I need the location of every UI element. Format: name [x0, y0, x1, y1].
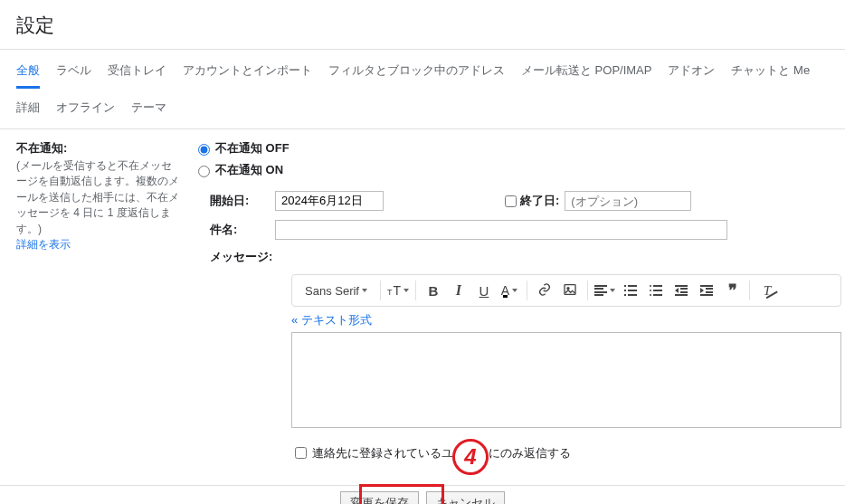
tab-general[interactable]: 全般	[16, 57, 40, 89]
quote-icon: ❞	[728, 282, 736, 299]
tab-filters-block[interactable]: フィルタとブロック中のアドレス	[328, 57, 505, 89]
tab-themes[interactable]: テーマ	[131, 94, 166, 123]
numbered-list-icon	[624, 285, 637, 296]
tab-inbox[interactable]: 受信トレイ	[108, 57, 166, 89]
italic-icon: I	[456, 282, 461, 299]
start-date-label: 開始日:	[210, 193, 275, 209]
vacation-off-label: 不在通知 OFF	[215, 140, 290, 157]
underline-button[interactable]: U	[472, 279, 496, 302]
start-date-input[interactable]	[275, 191, 384, 211]
numbered-list-button[interactable]	[619, 279, 642, 302]
end-date-label: 終了日:	[520, 193, 559, 209]
insert-link-button[interactable]	[533, 279, 556, 302]
save-changes-button[interactable]: 変更を保存	[340, 491, 419, 504]
indent-less-icon	[675, 285, 688, 296]
page-title: 設定	[0, 0, 845, 50]
tab-accounts-import[interactable]: アカウントとインポート	[183, 57, 312, 89]
font-size-dropdown[interactable]: TT	[386, 279, 410, 302]
contacts-only-checkbox[interactable]	[295, 447, 307, 459]
settings-tabs: 全般 ラベル 受信トレイ アカウントとインポート フィルタとブロック中のアドレス…	[0, 50, 845, 129]
cancel-button[interactable]: キャンセル	[426, 491, 505, 504]
tab-advanced[interactable]: 詳細	[16, 94, 40, 123]
text-color-dropdown[interactable]: A	[498, 279, 521, 302]
insert-image-button[interactable]	[558, 279, 582, 302]
tab-forward-pop-imap[interactable]: メール転送と POP/IMAP	[521, 57, 651, 89]
subject-label: 件名:	[210, 222, 275, 238]
footer-buttons: 変更を保存 キャンセル	[0, 485, 845, 504]
bold-button[interactable]: B	[422, 279, 445, 302]
subject-input[interactable]	[275, 220, 727, 240]
tab-offline[interactable]: オフライン	[56, 94, 115, 123]
message-label: メッセージ:	[210, 249, 275, 265]
font-family-dropdown[interactable]: Sans Serif	[298, 279, 375, 302]
vacation-section-label: 不在通知:	[16, 140, 179, 157]
tab-labels[interactable]: ラベル	[56, 57, 91, 89]
contacts-only-label: 連絡先に登録されているユーザーにのみ返信する	[312, 445, 571, 461]
end-date-checkbox[interactable]	[505, 195, 517, 207]
svg-point-1	[567, 287, 569, 289]
bold-icon: B	[429, 283, 439, 299]
indent-more-icon	[700, 285, 713, 296]
blockquote-button[interactable]: ❞	[720, 279, 744, 302]
indent-more-button[interactable]	[695, 279, 718, 302]
underline-icon: U	[479, 283, 489, 299]
clear-format-icon: T	[764, 283, 771, 299]
bullet-list-icon	[650, 285, 662, 296]
link-icon	[537, 282, 552, 300]
vacation-on-label: 不在通知 ON	[215, 162, 283, 178]
plain-text-link[interactable]: テキスト形式	[291, 312, 372, 328]
vacation-section-desc: (メールを受信すると不在メッセージを自動返信します。複数のメールを送信した相手に…	[16, 158, 179, 237]
align-icon	[594, 285, 607, 296]
editor-toolbar: Sans Serif TT B I U A	[291, 274, 841, 307]
end-date-input[interactable]	[565, 191, 691, 211]
bullet-list-button[interactable]	[644, 279, 668, 302]
tab-chat-meet[interactable]: チャットと Me	[731, 57, 810, 89]
vacation-details-link[interactable]: 詳細を表示	[16, 238, 71, 251]
indent-less-button[interactable]	[669, 279, 693, 302]
italic-button[interactable]: I	[447, 279, 470, 302]
message-textarea[interactable]	[291, 332, 841, 428]
tab-addons[interactable]: アドオン	[668, 57, 715, 89]
text-color-icon: A	[501, 283, 509, 298]
clear-format-button[interactable]: T	[755, 279, 779, 302]
vacation-on-radio[interactable]	[198, 166, 210, 177]
vacation-off-radio[interactable]	[198, 144, 210, 156]
image-icon	[563, 282, 577, 300]
align-dropdown[interactable]	[593, 279, 617, 302]
